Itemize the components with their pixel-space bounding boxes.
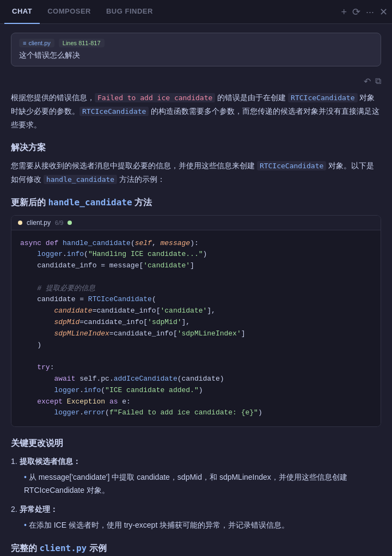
solution-heading: 解决方案: [11, 142, 381, 154]
file-badge: ≡ client.py: [19, 39, 54, 47]
inline-code-error: Failed to add ice candidate: [95, 93, 215, 102]
solution-inline-code2: handle_candidate: [44, 175, 117, 184]
complete-example-heading: 完整的 client.py 示例: [11, 543, 381, 554]
plus-icon[interactable]: +: [341, 7, 347, 17]
solution-inline-code: RTCIceCandidate: [257, 161, 326, 170]
code-section-heading: 更新后的 handle_candidate 方法: [11, 197, 381, 209]
complete-example-inline: client.py: [39, 543, 87, 553]
file-dot: [18, 221, 22, 225]
file-reference: ≡ client.py Lines 811-817: [19, 39, 373, 47]
solution-section: 您需要从接收到的候选者消息中提取必要的信息，并使用这些信息来创建 RTCIceC…: [11, 159, 381, 186]
input-box: ≡ client.py Lines 811-817 这个错误怎么解决: [11, 33, 381, 66]
code-page-info: 6/9: [55, 219, 63, 226]
tab-bug-finder[interactable]: BUG FINDER: [99, 0, 161, 24]
lines-badge: Lines 811-817: [59, 39, 105, 47]
main-content: ≡ client.py Lines 811-817 这个错误怎么解决 ↶ ⧉ 根…: [0, 24, 392, 556]
code-pre: async def handle_candidate(self, message…: [11, 230, 381, 427]
inline-code-rtcice: RTCIceCandidate: [288, 93, 357, 102]
status-dot: [68, 221, 72, 225]
undo-icon[interactable]: ↶: [364, 76, 371, 87]
tab-actions: + ⟳ ··· ✕: [341, 7, 388, 17]
numbered-item-1: 1. 提取候选者信息：: [11, 457, 381, 467]
inline-code-rtcice2: RTCIceCandidate: [79, 107, 149, 116]
key-changes-list: 1. 提取候选者信息： 从 message['candidate'] 中提取 c…: [11, 457, 381, 531]
code-heading-inline: handle_candidate: [48, 197, 132, 207]
response-paragraph-1: 根据您提供的错误信息，Failed to add ice candidate 的…: [11, 91, 381, 131]
action-icons: ↶ ⧉: [11, 76, 381, 87]
tab-chat[interactable]: CHAT: [4, 0, 40, 24]
tab-composer[interactable]: COMPOSER: [40, 0, 99, 24]
response-section: 根据您提供的错误信息，Failed to add ice candidate 的…: [11, 91, 381, 131]
bullet-item-2: 在添加 ICE 候选者时，使用 try-except 块捕获可能的异常，并记录错…: [24, 519, 381, 532]
key-changes-heading: 关键更改说明: [11, 438, 381, 449]
copy-icon[interactable]: ⧉: [375, 76, 381, 87]
history-icon[interactable]: ⟳: [352, 7, 360, 17]
code-file-name: client.py: [27, 219, 51, 227]
code-block-header: client.py 6/9: [11, 216, 381, 230]
solution-paragraph: 您需要从接收到的候选者消息中提取必要的信息，并使用这些信息来创建 RTCIceC…: [11, 159, 381, 186]
code-block: client.py 6/9 async def handle_candidate…: [11, 215, 381, 427]
close-icon[interactable]: ✕: [379, 7, 388, 17]
user-question: 这个错误怎么解决: [19, 51, 373, 60]
bullet-item-1: 从 message['candidate'] 中提取 candidate，sdp…: [24, 471, 381, 497]
numbered-item-2: 2. 异常处理：: [11, 505, 381, 515]
file-icon: ≡: [23, 40, 26, 46]
more-icon[interactable]: ···: [366, 7, 374, 17]
tab-bar: CHAT COMPOSER BUG FINDER + ⟳ ··· ✕: [0, 0, 392, 24]
